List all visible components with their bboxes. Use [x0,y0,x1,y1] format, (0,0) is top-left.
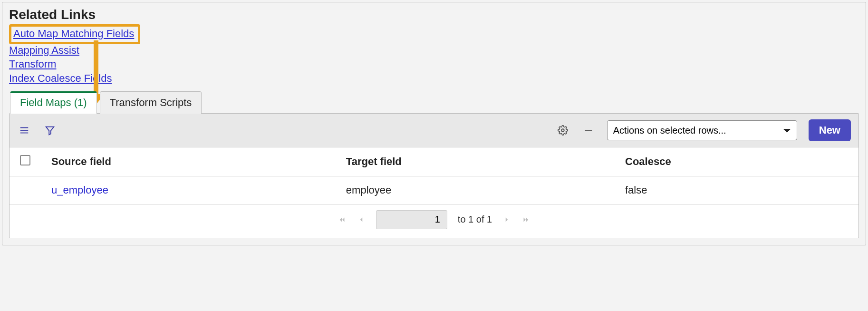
svg-marker-3 [46,126,54,135]
link-auto-map-matching-fields[interactable]: Auto Map Matching Fields [13,28,134,39]
prev-page-icon[interactable] [357,215,366,224]
first-page-icon[interactable] [338,215,347,224]
page-range-text: to 1 of 1 [458,214,492,225]
select-all-header [10,147,41,176]
tabset: Field Maps (1) Transform Scripts [10,91,859,114]
list-menu-icon[interactable] [17,123,31,137]
select-all-checkbox[interactable] [20,155,30,165]
field-maps-table: Source field Target field Coalesce u_emp… [10,147,858,204]
highlight-annotation: Auto Map Matching Fields [9,24,140,44]
field-maps-list: Actions on selected rows... New Source f… [9,113,859,238]
table-row: u_employee employee false [10,176,858,204]
last-page-icon[interactable] [521,215,530,224]
related-links-heading: Related Links [9,7,859,22]
tab-transform-scripts[interactable]: Transform Scripts [100,91,202,114]
related-links: Auto Map Matching Fields Mapping Assist … [9,24,859,86]
tab-field-maps[interactable]: Field Maps (1) [10,91,97,114]
collapse-icon[interactable] [581,123,596,137]
col-source-field[interactable]: Source field [41,147,336,176]
row-select-cell [10,176,41,204]
cell-target-field: employee [336,176,615,204]
col-coalesce[interactable]: Coalesce [615,147,858,176]
filter-icon[interactable] [43,123,57,137]
svg-point-4 [561,129,564,132]
col-target-field[interactable]: Target field [336,147,615,176]
table-header-row: Source field Target field Coalesce [10,147,858,176]
related-lists-panel: Related Links Auto Map Matching Fields M… [2,2,866,245]
next-page-icon[interactable] [502,215,511,224]
cell-coalesce: false [615,176,858,204]
pager: to 1 of 1 [10,204,858,238]
link-transform[interactable]: Transform [9,57,56,71]
actions-select[interactable]: Actions on selected rows... [607,120,797,140]
link-mapping-assist[interactable]: Mapping Assist [9,43,79,58]
link-index-coalesce-fields[interactable]: Index Coalesce Fields [9,71,112,86]
page-number-input[interactable] [376,210,447,229]
list-toolbar: Actions on selected rows... New [10,114,858,147]
cell-source-field[interactable]: u_employee [41,176,336,204]
new-button[interactable]: New [809,119,851,141]
gear-icon[interactable] [556,123,570,137]
